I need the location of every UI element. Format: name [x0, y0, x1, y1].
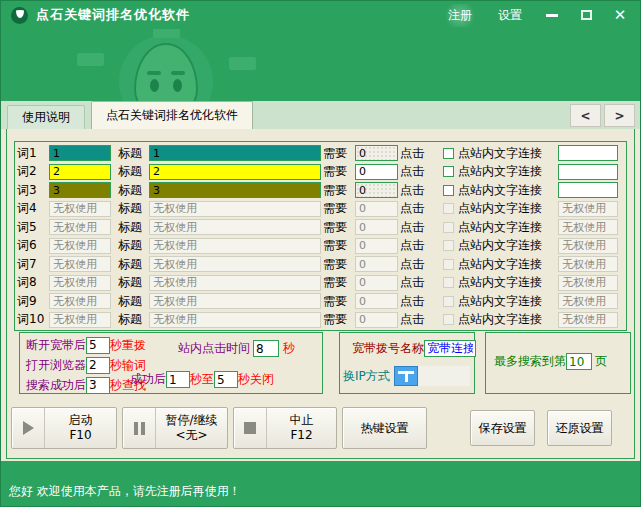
- pause-icon: [134, 422, 145, 435]
- minimize-icon: [546, 14, 558, 17]
- close-after-to-input[interactable]: [214, 371, 238, 388]
- site-link-input: [558, 256, 618, 272]
- site-link-label: 点站内文字连接: [458, 256, 556, 273]
- need-label: 需要: [323, 219, 353, 236]
- site-click-suffix: 秒: [283, 340, 295, 357]
- click-label: 点击: [400, 274, 438, 291]
- site-link-checkbox: [443, 222, 454, 233]
- maximize-button[interactable]: [576, 6, 596, 24]
- keyword-input[interactable]: [49, 182, 111, 198]
- word-index-label: 词1: [17, 145, 47, 162]
- tab-strip: 使用说明 点石关键词排名优化软件 < >: [1, 101, 640, 129]
- save-settings-button[interactable]: 保存设置: [470, 410, 535, 446]
- need-count-input: [355, 238, 398, 254]
- restore-settings-button[interactable]: 还原设置: [547, 410, 612, 446]
- site-link-label: 点站内文字连接: [458, 219, 556, 236]
- need-count-input: [355, 256, 398, 272]
- click-label: 点击: [400, 163, 438, 180]
- site-link-checkbox: [443, 314, 454, 325]
- title-label: 标题: [118, 256, 142, 273]
- need-label: 需要: [323, 200, 353, 217]
- keyword-row: 词1 标题 需要 点击 点站内文字连接: [17, 144, 624, 163]
- keyword-input: [49, 256, 111, 272]
- change-ip-dropdown[interactable]: [418, 366, 470, 386]
- keyword-input[interactable]: [49, 145, 111, 161]
- title-input[interactable]: [149, 145, 321, 161]
- max-page-input[interactable]: [566, 353, 592, 370]
- site-link-checkbox: [443, 296, 454, 307]
- site-link-input: [558, 238, 618, 254]
- hotkey-settings-button[interactable]: 热键设置: [342, 407, 427, 449]
- pause-resume-button[interactable]: 暂停/继续 <无>: [122, 407, 228, 449]
- need-count-input: [355, 219, 398, 235]
- tab-usage-guide[interactable]: 使用说明: [7, 105, 85, 129]
- word-index-label: 词3: [17, 182, 47, 199]
- keyword-input[interactable]: [49, 164, 111, 180]
- need-count-input[interactable]: [355, 145, 398, 161]
- word-index-label: 词8: [17, 274, 47, 291]
- search-success-seconds-input[interactable]: [86, 377, 110, 394]
- close-after-from-input[interactable]: [166, 371, 190, 388]
- click-label: 点击: [400, 182, 438, 199]
- site-link-checkbox: [443, 277, 454, 288]
- site-link-checkbox[interactable]: [443, 148, 454, 159]
- need-label: 需要: [323, 182, 353, 199]
- click-label: 点击: [400, 237, 438, 254]
- dial-name-input[interactable]: [424, 340, 476, 357]
- click-label: 点击: [400, 293, 438, 310]
- site-link-label: 点站内文字连接: [458, 293, 556, 310]
- chevron-right-icon: >: [614, 109, 624, 123]
- site-link-input[interactable]: [558, 164, 618, 180]
- site-click-seconds-input[interactable]: [253, 340, 279, 357]
- pause-button-label: 暂停/继续: [165, 413, 217, 428]
- stop-button[interactable]: 中止 F12: [233, 407, 337, 449]
- tab-scroll-right-button[interactable]: >: [604, 104, 635, 127]
- tab-scroll-left-button[interactable]: <: [570, 104, 601, 127]
- title-input[interactable]: [149, 164, 321, 180]
- keyword-row: 词6 标题 需要 点击 点站内文字连接: [17, 237, 624, 256]
- change-ip-label: 换IP方式: [343, 368, 390, 385]
- site-link-label: 点站内文字连接: [458, 163, 556, 180]
- window-title: 点石关键词排名优化软件: [36, 6, 190, 24]
- title-input: [149, 293, 321, 309]
- disconnect-label: 断开宽带后: [26, 337, 86, 354]
- app-window: 点石关键词排名优化软件 注册 设置 ✕ 使用说明 点石关键词排名优化软件 < >: [0, 0, 641, 507]
- site-link-input: [558, 293, 618, 309]
- need-label: 需要: [323, 311, 353, 328]
- need-label: 需要: [323, 256, 353, 273]
- need-count-input[interactable]: [355, 164, 398, 180]
- tab-main-software[interactable]: 点石关键词排名优化软件: [91, 101, 253, 129]
- site-link-input: [558, 275, 618, 291]
- site-link-checkbox: [443, 240, 454, 251]
- keyword-input: [49, 312, 111, 328]
- keyword-input: [49, 201, 111, 217]
- dialup-modem-icon[interactable]: [394, 366, 418, 386]
- site-link-label: 点站内文字连接: [458, 311, 556, 328]
- need-count-input[interactable]: [355, 182, 398, 198]
- settings-button[interactable]: 设置: [492, 4, 528, 27]
- title-input: [149, 201, 321, 217]
- play-icon: [23, 421, 34, 435]
- search-depth-group: 最多搜索到第 页: [485, 332, 631, 394]
- site-link-checkbox[interactable]: [443, 166, 454, 177]
- site-link-checkbox[interactable]: [443, 185, 454, 196]
- open-browser-seconds-input[interactable]: [86, 357, 110, 374]
- site-link-input: [558, 312, 618, 328]
- title-bar: 点石关键词排名优化软件 注册 设置 ✕: [1, 1, 640, 29]
- keyword-input: [49, 219, 111, 235]
- keyword-row: 词4 标题 需要 点击 点站内文字连接: [17, 200, 624, 219]
- site-link-input[interactable]: [558, 182, 618, 198]
- minimize-button[interactable]: [542, 6, 562, 24]
- start-button[interactable]: 启动 F10: [11, 407, 117, 449]
- search-success-label: 搜索成功后: [26, 377, 86, 394]
- close-button[interactable]: ✕: [610, 6, 630, 24]
- title-label: 标题: [118, 182, 142, 199]
- stop-button-hotkey: F12: [290, 428, 312, 443]
- site-link-input[interactable]: [558, 145, 618, 161]
- register-button[interactable]: 注册: [442, 4, 478, 27]
- keyword-input: [49, 238, 111, 254]
- disconnect-seconds-input[interactable]: [86, 337, 110, 354]
- title-input: [149, 312, 321, 328]
- word-index-label: 词10: [17, 311, 47, 328]
- title-input[interactable]: [149, 182, 321, 198]
